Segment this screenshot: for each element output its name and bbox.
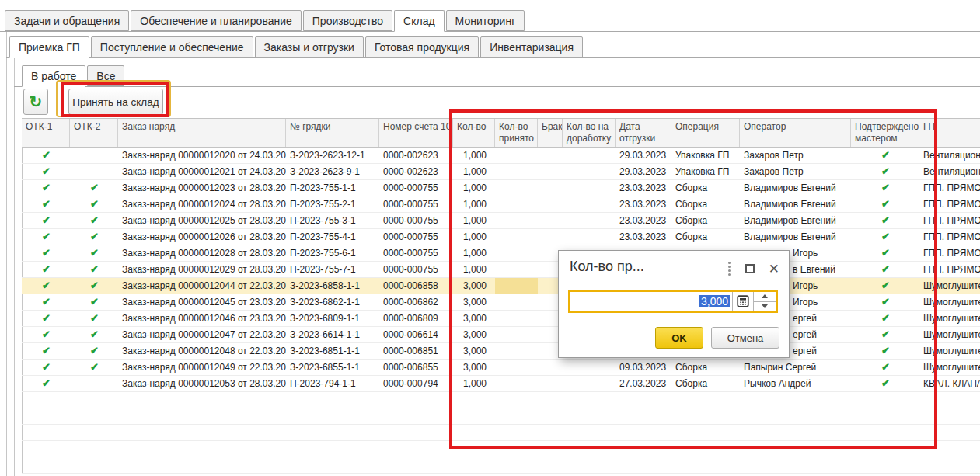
column-header-gp[interactable]: ГП (919, 119, 980, 147)
cell-account: 0000-000755 (379, 196, 453, 212)
close-icon[interactable]: ✕ (769, 262, 779, 276)
table-row[interactable]: ✔✔Заказ-наряд 00000012028 от 28.03.2023.… (22, 245, 980, 262)
maximize-icon[interactable] (745, 264, 755, 273)
cell-operator: Владимиров Евгений (740, 196, 851, 212)
cell-otk2: ✔ (70, 294, 118, 310)
cell-gp: Шумоглушите (919, 327, 980, 342)
check-icon: ✔ (90, 345, 99, 356)
cell-order: Заказ-наряд 00000012029 от 28.03.2023... (118, 262, 286, 277)
column-header-otk2[interactable]: ОТК-2 (70, 119, 118, 147)
cell-defect (538, 229, 563, 245)
cell-gryadka: П-2023-755-3-1 (286, 213, 379, 228)
tab-orders-shipments[interactable]: Заказы и отгрузки (255, 36, 364, 57)
cell-qty: 1,000 (453, 229, 495, 245)
cell-account: 0000-000755 (379, 245, 453, 261)
cell-qty: 1,000 (453, 196, 495, 212)
column-header-operation[interactable]: Операция (671, 119, 740, 147)
check-icon: ✔ (90, 312, 99, 324)
cell-account: 0000-000794 (379, 376, 453, 391)
column-header-defect[interactable]: Брак (538, 119, 563, 147)
table-row[interactable]: ✔Заказ-наряд 00000012020 от 24.03.2023..… (22, 148, 980, 164)
column-header-rework[interactable]: Кол-во на доработку (563, 119, 616, 147)
cell-otk2: ✔ (70, 196, 118, 212)
tab-gp-acceptance[interactable]: Приемка ГП (9, 36, 89, 58)
check-icon: ✔ (90, 263, 99, 275)
main-tab-bar: Задачи и обращенияОбеспечение и планиров… (5, 10, 525, 32)
cell-qty-accepted (495, 343, 538, 359)
cell-confirmed: ✔ (851, 196, 919, 212)
check-icon: ✔ (42, 231, 51, 242)
tab-production[interactable]: Производство (303, 10, 392, 31)
table-row[interactable]: ✔✔Заказ-наряд 00000012046 от 23.03.2023.… (22, 311, 980, 327)
tab-tasks[interactable]: Задачи и обращения (5, 10, 129, 31)
column-header-confirmed[interactable]: Подтверждено мастером (851, 119, 919, 147)
tab-in-progress[interactable]: В работе (22, 65, 85, 87)
cell-qty-accepted (495, 229, 538, 245)
tab-monitoring[interactable]: Мониторинг (446, 10, 525, 31)
column-header-ship-date[interactable]: Дата отгрузки (616, 119, 671, 147)
cell-confirmed: ✔ (851, 148, 919, 163)
table-row[interactable]: ✔✔Заказ-наряд 00000012044 от 22.03.2023.… (22, 278, 980, 294)
cell-confirmed: ✔ (851, 327, 919, 342)
cell-otk1: ✔ (22, 262, 70, 277)
table-row[interactable]: ✔Заказ-наряд 00000012053 от 28.03.2023..… (22, 376, 980, 392)
cell-account: 0000-002623 (379, 164, 453, 179)
column-header-account[interactable]: Номер счета 10 (379, 119, 453, 147)
spinner-down-button[interactable] (754, 301, 776, 311)
table-row[interactable]: ✔✔Заказ-наряд 00000012023 от 28.03.2023.… (22, 180, 980, 196)
table-row[interactable]: ✔✔Заказ-наряд 00000012029 от 28.03.2023.… (22, 262, 980, 278)
cell-operator: Владимиров Евгений (740, 213, 851, 228)
cell-qty-accepted (495, 148, 538, 163)
cell-operator: Владимиров Евгений (740, 180, 851, 196)
kebab-menu-icon[interactable] (727, 261, 731, 276)
table-row[interactable]: ✔✔Заказ-наряд 00000012047 от 22.03.2023.… (22, 327, 980, 343)
cell-operation: Сборка (671, 360, 740, 375)
cell-qty: 1,000 (453, 180, 495, 196)
accept-to-warehouse-button[interactable]: Принять на склад (68, 89, 163, 115)
ok-button[interactable]: OK (655, 327, 703, 349)
table-row[interactable]: ✔✔Заказ-наряд 00000012026 от 28.03.2023.… (22, 229, 980, 245)
cell-qty-accepted (495, 213, 538, 228)
spinner-up-button[interactable] (754, 292, 776, 301)
cell-gryadka: П-2023-755-1-1 (286, 180, 379, 196)
cancel-button[interactable]: Отмена (711, 327, 779, 349)
table-row[interactable]: ✔Заказ-наряд 00000012021 от 24.03.2023..… (22, 164, 980, 180)
cell-otk2: ✔ (70, 213, 118, 228)
cell-gp: Шумоглушите (919, 311, 980, 326)
tab-receipt-supply[interactable]: Поступление и обеспечение (91, 36, 253, 57)
cell-account: 0000-006855 (379, 360, 453, 375)
cell-gp: ГПП. ПРЯМОУ (919, 196, 980, 212)
cell-gp: ГПП. ПРЯМОУ (919, 180, 980, 196)
check-icon: ✔ (42, 296, 51, 307)
qty-accepted-input[interactable]: 3,000 (568, 290, 778, 313)
table-row[interactable]: ✔✔Заказ-наряд 00000012025 от 28.03.2023.… (22, 213, 980, 229)
tab-all[interactable]: Все (87, 65, 124, 86)
check-icon: ✔ (90, 328, 99, 340)
tab-supply-planning[interactable]: Обеспечение и планирование (131, 10, 302, 31)
tab-finished-goods[interactable]: Готовая продукция (365, 36, 479, 57)
column-header-operator[interactable]: Оператор (740, 119, 851, 147)
tab-inventory[interactable]: Инвентаризация (480, 36, 583, 57)
cell-ship-date: 27.03.2023 (616, 376, 671, 391)
column-header-order[interactable]: Заказ наряд (118, 119, 286, 147)
column-header-gryadka[interactable]: № грядки (286, 119, 379, 147)
check-icon: ✔ (90, 231, 99, 242)
column-header-qty-accepted[interactable]: Кол-во принято (495, 119, 538, 147)
table-row[interactable]: ✔✔Заказ-наряд 00000012045 от 23.03.2023.… (22, 294, 980, 311)
refresh-button[interactable]: ↻ (23, 89, 48, 115)
cell-gryadka: П-2023-755-7-1 (286, 262, 379, 277)
table-row[interactable]: ✔✔Заказ-наряд 00000012048 от 22.03.2023.… (22, 343, 980, 360)
column-header-otk1[interactable]: ОТК-1 (22, 119, 70, 147)
tab-warehouse[interactable]: Склад (394, 10, 445, 32)
table-row[interactable]: ✔✔Заказ-наряд 00000012024 от 28.03.2023.… (22, 196, 980, 213)
calculator-button[interactable] (732, 292, 753, 311)
column-header-qty[interactable]: Кол-во (453, 119, 495, 147)
check-icon: ✔ (42, 345, 51, 356)
warehouse-tab-bar: Приемка ГППоступление и обеспечениеЗаказ… (9, 36, 583, 58)
cell-order: Заказ-наряд 00000012044 от 22.03.2023... (118, 278, 286, 294)
empty-row (22, 392, 980, 408)
check-icon: ✔ (881, 165, 890, 177)
cell-gryadka: З-2023-6858-1-1 (286, 278, 379, 294)
cell-confirmed: ✔ (851, 360, 919, 375)
table-row[interactable]: ✔✔Заказ-наряд 00000012049 от 22.03.2023.… (22, 360, 980, 376)
